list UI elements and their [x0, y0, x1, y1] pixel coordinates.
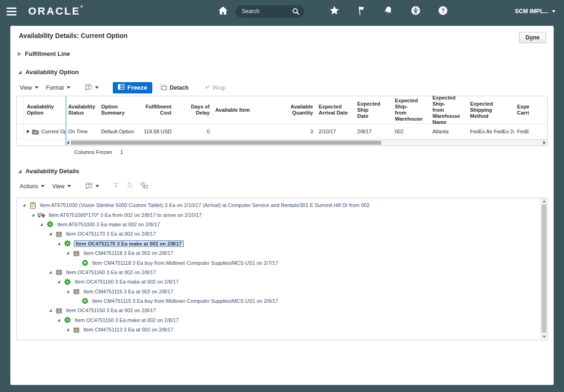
tree-item-label: Item CM4751118 3 Ea buy from Midtown Com… — [91, 260, 279, 266]
done-button-label: Done — [525, 34, 540, 41]
expand-arrow-icon[interactable] — [57, 242, 60, 245]
expand-arrow-icon[interactable] — [57, 280, 60, 283]
expand-arrow-icon[interactable] — [66, 252, 69, 254]
table-cell: 2/10/17 — [316, 128, 354, 135]
help-button[interactable]: ? — [438, 6, 448, 17]
column-header[interactable]: Option Summary — [98, 103, 139, 117]
tree-item[interactable]: Item AT6751000 (Vision Slimline 5000 Cus… — [17, 200, 547, 210]
tree-item[interactable]: Item CM4751115 3 Ea buy from Midtown Com… — [17, 296, 547, 306]
scroll-left-icon[interactable] — [67, 141, 69, 145]
detach-button[interactable]: Detach — [157, 83, 191, 93]
scroll-down-icon[interactable] — [542, 336, 546, 338]
user-menu[interactable]: SCM IMPL... — [515, 8, 556, 15]
item-box-icon — [72, 288, 80, 295]
global-search[interactable] — [235, 5, 304, 18]
column-header[interactable]: Expected Shipping Method — [467, 100, 514, 120]
column-header[interactable]: Available Quantity — [285, 103, 316, 117]
scrollbar-track[interactable] — [70, 140, 542, 146]
view-menu-label: View — [52, 183, 64, 190]
availability-option-section-header[interactable]: Availability Option — [18, 69, 554, 76]
expand-expanded-icon[interactable] — [18, 169, 22, 173]
scroll-up-icon[interactable] — [542, 200, 546, 202]
fulfillment-line-section-header[interactable]: Fulfillment Line — [18, 50, 554, 57]
column-header[interactable]: Expe Carri — [514, 103, 547, 117]
chevron-down-icon — [67, 86, 70, 89]
wrap-icon — [204, 84, 210, 91]
view-menu-button[interactable]: View — [50, 182, 73, 191]
tree-item[interactable]: Item AT6751000*170* 3 Ea from 002 on 2/8… — [17, 210, 547, 219]
tree-item[interactable]: Item CM4751118 3 Ea buy from Midtown Com… — [17, 258, 547, 267]
scrollbar-thumb[interactable] — [71, 141, 381, 145]
tree-item[interactable]: Item OC4751150 3 Ea at 002 on 2/8/17 — [17, 306, 547, 315]
tree-item[interactable]: Item CM4751118 3 Ea at 002 on 2/8/17 — [17, 248, 547, 258]
search-icon[interactable] — [292, 8, 300, 15]
tree-item[interactable]: Item OC4751160 3 Ea at 002 on 2/8/17 — [17, 268, 547, 277]
accessibility-button[interactable] — [411, 6, 421, 17]
wrap-button-disabled: Wrap — [201, 83, 228, 92]
tree-item[interactable]: Item OC4751160 3 Ea make at 002 on 2/8/1… — [17, 277, 547, 286]
query-by-example-button[interactable] — [85, 182, 99, 191]
expand-collapsed-icon[interactable] — [18, 52, 21, 56]
table-cell: On Time — [65, 128, 98, 135]
chevron-down-icon — [67, 185, 71, 187]
column-header[interactable]: Expected Ship- from Warehouse Name — [430, 94, 467, 126]
detach-icon — [160, 84, 167, 92]
expand-expanded-icon[interactable] — [18, 70, 22, 74]
navigator-menu-button[interactable] — [7, 8, 21, 15]
tree-item[interactable]: Item OC4751170 3 Ea make at 002 on 2/8/1… — [17, 239, 547, 248]
expand-arrow-icon[interactable] — [49, 309, 52, 312]
item-box-icon — [55, 307, 63, 314]
chevron-down-icon — [552, 10, 556, 13]
column-header[interactable]: Availability Status — [65, 103, 98, 117]
expand-arrow-icon[interactable] — [66, 290, 69, 293]
row-expand-arrow-icon[interactable] — [27, 130, 30, 133]
freeze-button[interactable]: Freeze — [113, 82, 152, 93]
watchlist-button[interactable] — [357, 6, 366, 17]
home-button[interactable] — [218, 6, 228, 17]
column-header[interactable]: Expected Ship- from Warehouse — [392, 97, 430, 123]
expand-arrow-icon[interactable] — [40, 223, 43, 226]
notifications-button[interactable] — [384, 6, 393, 17]
tree-item-label: Item CM4751115 3 Ea at 002 on 2/8/17 — [83, 288, 174, 295]
expand-arrow-icon[interactable] — [31, 214, 34, 216]
expand-arrow-icon[interactable] — [57, 319, 60, 322]
freeze-icon — [118, 84, 125, 91]
go-up-icon — [126, 182, 133, 190]
show-as-top-button[interactable] — [141, 182, 148, 190]
column-header[interactable]: Available Item — [212, 106, 285, 114]
vertical-scrollbar[interactable] — [540, 198, 547, 340]
expand-arrow-icon[interactable] — [49, 232, 52, 235]
clipboard-icon — [29, 201, 37, 209]
query-by-example-button[interactable] — [85, 84, 99, 92]
content-panel: Availability Details: Current Option Don… — [10, 26, 554, 385]
expand-arrow-icon[interactable] — [49, 271, 52, 274]
table-cell: 2/8/17 — [354, 128, 392, 135]
column-header[interactable]: Expected Ship Date — [354, 100, 392, 120]
column-header[interactable]: Expected Arrival Date — [316, 103, 354, 117]
search-input[interactable] — [242, 8, 285, 15]
availability-details-section-header[interactable]: Availability Details — [18, 168, 554, 175]
tree-item[interactable]: Item CM4751113 3 Ea at 002 on 2/8/17 — [17, 325, 547, 334]
column-header[interactable]: Days of Delay — [174, 103, 212, 117]
tree-item[interactable]: Item OC4751170 3 Ea at 002 on 2/8/17 — [17, 229, 547, 238]
tree-item[interactable]: Item OC4751150 3 Ea make at 002 on 2/8/1… — [17, 315, 547, 325]
option-table-data-row[interactable]: Current OpOn TimeDefault Option119.58 US… — [17, 124, 547, 139]
tree-item[interactable]: Item AT6751000 3 Ea make at 002 on 2/8/1… — [17, 220, 547, 229]
favorites-button[interactable] — [329, 6, 339, 17]
scroll-right-icon[interactable] — [543, 141, 546, 145]
done-button[interactable]: Done — [519, 32, 546, 43]
page-title: Availability Details: Current Option — [19, 32, 127, 39]
freeze-divider[interactable] — [65, 96, 67, 146]
topbar: ORACLE® ? SCM IMPL... — [0, 0, 564, 23]
format-menu-button[interactable]: Format — [44, 84, 72, 92]
actions-menu-button[interactable]: Actions — [18, 182, 47, 191]
horizontal-scrollbar[interactable] — [65, 139, 547, 146]
column-header[interactable]: Fulfillment Cost — [139, 103, 174, 117]
scrollbar-thumb[interactable] — [542, 205, 546, 332]
view-menu-button[interactable]: View — [18, 84, 40, 92]
expand-arrow-icon[interactable] — [66, 328, 69, 331]
item-box-icon — [55, 230, 63, 238]
tree-item[interactable]: Item CM4751115 3 Ea at 002 on 2/8/17 — [17, 287, 547, 296]
expand-arrow-icon[interactable] — [23, 204, 25, 207]
column-header[interactable]: Availability Option — [24, 103, 65, 117]
